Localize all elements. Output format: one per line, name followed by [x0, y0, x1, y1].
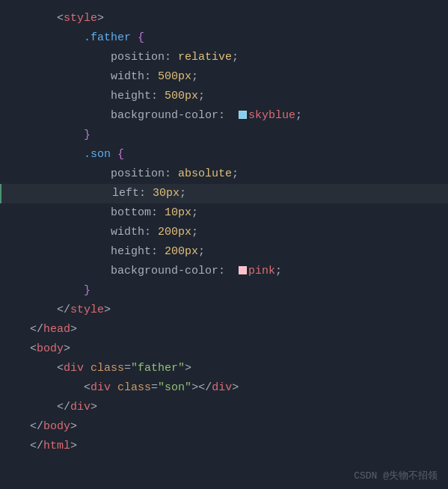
code-line: background-color: skyblue;	[0, 106, 448, 126]
token: {	[131, 31, 144, 44]
token: 10px	[165, 206, 191, 219]
token: ></	[191, 381, 212, 394]
line-content: <style>	[30, 10, 448, 28]
line-content: </html>	[30, 437, 448, 455]
token: :	[139, 187, 153, 200]
code-line: <div class="father">	[0, 359, 448, 378]
token: >	[70, 440, 77, 452]
token: ;	[191, 226, 198, 239]
token: pink	[248, 265, 275, 277]
token: {	[111, 148, 124, 161]
token: </	[30, 323, 43, 336]
token	[30, 245, 111, 258]
token	[30, 381, 57, 394]
code-line: </style>	[0, 301, 448, 320]
token: height	[111, 90, 151, 102]
token	[30, 206, 111, 219]
token: position	[111, 167, 165, 180]
token: <	[30, 12, 64, 25]
code-line: <div class="son"></div>	[0, 378, 448, 398]
code-line: left: 30px;	[0, 184, 448, 203]
token: class	[117, 381, 151, 394]
token: :	[144, 70, 158, 83]
line-content: </div>	[30, 399, 448, 416]
token: body	[37, 342, 64, 355]
token	[30, 265, 111, 277]
token: skyblue	[248, 109, 295, 122]
token: >	[97, 12, 104, 25]
code-line: }	[0, 281, 448, 301]
token: :	[151, 90, 165, 102]
token: div	[64, 362, 84, 375]
token	[84, 362, 90, 375]
token: background-color	[111, 109, 218, 122]
skyblue-swatch	[239, 111, 247, 119]
token: ;	[275, 265, 282, 277]
token: }	[84, 284, 90, 297]
token: html	[43, 440, 70, 452]
token: <	[57, 362, 64, 375]
code-line: height: 500px;	[0, 87, 448, 106]
line-content: .father {	[30, 29, 448, 47]
token: >	[70, 323, 77, 336]
line-content: </head>	[30, 321, 448, 339]
token: ;	[179, 187, 186, 200]
token	[30, 362, 57, 375]
token: =	[151, 381, 158, 394]
token: absolute	[178, 167, 232, 180]
token: background-color	[111, 265, 218, 277]
token: </	[30, 440, 43, 452]
token: ;	[295, 109, 302, 122]
token: 500px	[165, 90, 198, 102]
token: width	[111, 70, 144, 83]
code-line: height: 200px;	[0, 242, 448, 262]
token: width	[111, 226, 144, 239]
token	[30, 31, 84, 44]
token: :	[151, 245, 165, 258]
line-content: <div class="son"></div>	[30, 379, 448, 397]
token: >	[64, 342, 70, 355]
token: :	[144, 226, 158, 239]
token: style	[70, 304, 104, 316]
code-line: .son {	[0, 145, 448, 164]
code-line: position: relative;	[0, 48, 448, 67]
token: :	[218, 109, 239, 122]
token: style	[64, 12, 97, 25]
token	[57, 381, 84, 394]
token: bottom	[111, 206, 151, 219]
token: head	[43, 323, 70, 336]
token: class	[90, 362, 124, 375]
token: }	[84, 129, 90, 141]
token	[30, 167, 111, 180]
code-line: bottom: 10px;	[0, 203, 448, 223]
pink-swatch	[239, 266, 247, 274]
code-line: width: 500px;	[0, 67, 448, 87]
token: :	[218, 265, 239, 277]
token: relative	[178, 51, 232, 64]
token: </	[57, 401, 70, 413]
token	[30, 226, 111, 239]
token: =	[124, 362, 131, 375]
token: 200px	[158, 226, 191, 239]
code-line: <style>	[0, 9, 448, 28]
footer: CSDN @失物不招领	[343, 464, 448, 489]
token: 500px	[158, 70, 191, 83]
code-line: <body>	[0, 339, 448, 359]
token: 200px	[165, 245, 198, 258]
token: position	[111, 51, 165, 64]
code-line: background-color: pink;	[0, 262, 448, 281]
line-content: background-color: skyblue;	[30, 107, 448, 125]
token: >	[70, 420, 77, 433]
token: ;	[232, 167, 239, 180]
token: :	[165, 167, 178, 180]
code-line: }	[0, 126, 448, 145]
line-content: left: 30px;	[31, 185, 448, 203]
line-content: .son {	[30, 146, 448, 164]
line-content: }	[30, 126, 448, 144]
token: ;	[191, 70, 198, 83]
code-line: width: 200px;	[0, 223, 448, 242]
token: >	[185, 362, 191, 375]
code-editor: <style> .father { position: relative; wi…	[0, 0, 448, 489]
token: >	[90, 401, 97, 413]
line-content: }	[30, 282, 448, 300]
